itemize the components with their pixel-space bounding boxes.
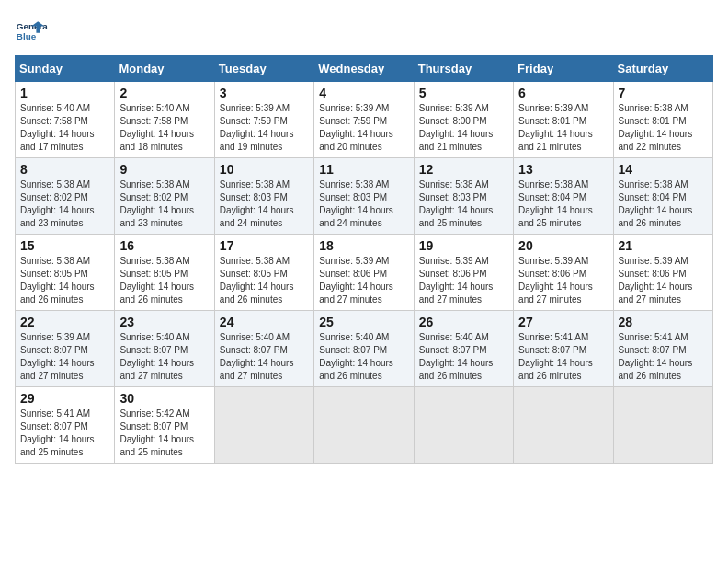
day-number: 8 <box>20 162 109 177</box>
day-info: Sunrise: 5:38 AMSunset: 8:04 PMDaylight:… <box>518 178 608 230</box>
calendar-cell: 13Sunrise: 5:38 AMSunset: 8:04 PMDayligh… <box>514 158 613 235</box>
calendar-cell: 23Sunrise: 5:40 AMSunset: 8:07 PMDayligh… <box>115 311 214 387</box>
day-number: 10 <box>220 162 309 177</box>
calendar-cell: 5Sunrise: 5:39 AMSunset: 8:00 PMDaylight… <box>414 82 513 158</box>
day-number: 3 <box>220 86 309 100</box>
day-number: 4 <box>319 86 408 100</box>
calendar-table: Sunday Monday Tuesday Wednesday Thursday… <box>15 55 713 464</box>
day-info: Sunrise: 5:39 AMSunset: 8:06 PMDaylight:… <box>319 255 408 306</box>
day-number: 9 <box>119 162 209 177</box>
day-info: Sunrise: 5:38 AMSunset: 8:05 PMDaylight:… <box>220 255 309 306</box>
logo: General Blue <box>15 15 48 48</box>
day-info: Sunrise: 5:40 AMSunset: 7:58 PMDaylight:… <box>20 102 109 154</box>
calendar-cell: 3Sunrise: 5:39 AMSunset: 7:59 PMDaylight… <box>214 82 313 158</box>
calendar-cell: 20Sunrise: 5:39 AMSunset: 8:06 PMDayligh… <box>514 235 613 311</box>
day-info: Sunrise: 5:38 AMSunset: 8:04 PMDaylight:… <box>619 178 708 230</box>
day-info: Sunrise: 5:38 AMSunset: 8:03 PMDaylight:… <box>220 178 309 230</box>
calendar-cell: 4Sunrise: 5:39 AMSunset: 7:59 PMDaylight… <box>314 82 414 158</box>
svg-text:General: General <box>17 21 48 31</box>
calendar-cell: 1Sunrise: 5:40 AMSunset: 7:58 PMDaylight… <box>16 82 115 158</box>
header-friday: Friday <box>514 56 613 82</box>
day-info: Sunrise: 5:40 AMSunset: 8:07 PMDaylight:… <box>419 331 508 383</box>
calendar-cell: 19Sunrise: 5:39 AMSunset: 8:06 PMDayligh… <box>414 235 513 311</box>
calendar-cell: 17Sunrise: 5:38 AMSunset: 8:05 PMDayligh… <box>214 235 313 311</box>
day-number: 13 <box>518 162 608 177</box>
day-info: Sunrise: 5:38 AMSunset: 8:05 PMDaylight:… <box>119 255 209 306</box>
header-wednesday: Wednesday <box>314 56 414 82</box>
day-number: 28 <box>619 315 708 329</box>
day-info: Sunrise: 5:40 AMSunset: 8:07 PMDaylight:… <box>119 331 209 383</box>
day-number: 7 <box>619 86 708 100</box>
day-info: Sunrise: 5:40 AMSunset: 8:07 PMDaylight:… <box>319 331 408 383</box>
calendar-cell: 24Sunrise: 5:40 AMSunset: 8:07 PMDayligh… <box>214 311 313 387</box>
day-info: Sunrise: 5:39 AMSunset: 8:06 PMDaylight:… <box>419 255 508 306</box>
day-info: Sunrise: 5:39 AMSunset: 8:06 PMDaylight:… <box>619 255 708 306</box>
day-number: 21 <box>619 238 708 253</box>
calendar-cell: 8Sunrise: 5:38 AMSunset: 8:02 PMDaylight… <box>16 158 115 235</box>
day-info: Sunrise: 5:38 AMSunset: 8:03 PMDaylight:… <box>419 178 508 230</box>
calendar-cell: 7Sunrise: 5:38 AMSunset: 8:01 PMDaylight… <box>613 82 712 158</box>
day-info: Sunrise: 5:40 AMSunset: 8:07 PMDaylight:… <box>220 331 309 383</box>
calendar-cell-empty <box>514 387 613 464</box>
calendar-cell-empty <box>414 387 513 464</box>
day-number: 26 <box>419 315 508 329</box>
calendar-cell: 22Sunrise: 5:39 AMSunset: 8:07 PMDayligh… <box>16 311 115 387</box>
day-number: 6 <box>518 86 608 100</box>
svg-text:Blue: Blue <box>17 31 37 41</box>
logo-icon: General Blue <box>15 15 48 48</box>
day-info: Sunrise: 5:38 AMSunset: 8:02 PMDaylight:… <box>20 178 109 230</box>
calendar-week-row: 8Sunrise: 5:38 AMSunset: 8:02 PMDaylight… <box>16 158 713 235</box>
day-info: Sunrise: 5:38 AMSunset: 8:01 PMDaylight:… <box>619 102 708 154</box>
day-number: 22 <box>20 315 109 329</box>
day-info: Sunrise: 5:41 AMSunset: 8:07 PMDaylight:… <box>619 331 708 383</box>
day-info: Sunrise: 5:39 AMSunset: 7:59 PMDaylight:… <box>319 102 408 154</box>
day-info: Sunrise: 5:39 AMSunset: 8:01 PMDaylight:… <box>518 102 608 154</box>
header-saturday: Saturday <box>613 56 712 82</box>
calendar-week-row: 29Sunrise: 5:41 AMSunset: 8:07 PMDayligh… <box>16 387 713 464</box>
day-info: Sunrise: 5:41 AMSunset: 8:07 PMDaylight:… <box>518 331 608 383</box>
calendar-cell: 26Sunrise: 5:40 AMSunset: 8:07 PMDayligh… <box>414 311 513 387</box>
day-info: Sunrise: 5:38 AMSunset: 8:03 PMDaylight:… <box>319 178 408 230</box>
day-number: 1 <box>20 86 109 100</box>
day-number: 30 <box>119 391 209 406</box>
day-number: 11 <box>319 162 408 177</box>
day-number: 24 <box>220 315 309 329</box>
calendar-cell: 9Sunrise: 5:38 AMSunset: 8:02 PMDaylight… <box>115 158 214 235</box>
calendar-cell: 6Sunrise: 5:39 AMSunset: 8:01 PMDaylight… <box>514 82 613 158</box>
calendar-cell: 18Sunrise: 5:39 AMSunset: 8:06 PMDayligh… <box>314 235 414 311</box>
calendar-cell: 2Sunrise: 5:40 AMSunset: 7:58 PMDaylight… <box>115 82 214 158</box>
calendar-cell-empty <box>314 387 414 464</box>
day-number: 20 <box>518 238 608 253</box>
calendar-cell-empty <box>214 387 313 464</box>
day-info: Sunrise: 5:39 AMSunset: 8:07 PMDaylight:… <box>20 331 109 383</box>
day-number: 25 <box>319 315 408 329</box>
day-number: 27 <box>518 315 608 329</box>
calendar-cell: 16Sunrise: 5:38 AMSunset: 8:05 PMDayligh… <box>115 235 214 311</box>
day-number: 14 <box>619 162 708 177</box>
day-number: 5 <box>419 86 508 100</box>
calendar-week-row: 22Sunrise: 5:39 AMSunset: 8:07 PMDayligh… <box>16 311 713 387</box>
page-header: General Blue <box>15 15 713 48</box>
calendar-cell: 30Sunrise: 5:42 AMSunset: 8:07 PMDayligh… <box>115 387 214 464</box>
day-number: 16 <box>119 238 209 253</box>
day-number: 2 <box>119 86 209 100</box>
calendar-week-row: 15Sunrise: 5:38 AMSunset: 8:05 PMDayligh… <box>16 235 713 311</box>
calendar-cell: 11Sunrise: 5:38 AMSunset: 8:03 PMDayligh… <box>314 158 414 235</box>
calendar-cell: 15Sunrise: 5:38 AMSunset: 8:05 PMDayligh… <box>16 235 115 311</box>
header-sunday: Sunday <box>16 56 115 82</box>
calendar-cell: 21Sunrise: 5:39 AMSunset: 8:06 PMDayligh… <box>613 235 712 311</box>
day-number: 23 <box>119 315 209 329</box>
day-number: 15 <box>20 238 109 253</box>
calendar-cell: 14Sunrise: 5:38 AMSunset: 8:04 PMDayligh… <box>613 158 712 235</box>
day-info: Sunrise: 5:39 AMSunset: 8:06 PMDaylight:… <box>518 255 608 306</box>
day-info: Sunrise: 5:38 AMSunset: 8:02 PMDaylight:… <box>119 178 209 230</box>
day-info: Sunrise: 5:42 AMSunset: 8:07 PMDaylight:… <box>119 408 209 459</box>
calendar-cell: 27Sunrise: 5:41 AMSunset: 8:07 PMDayligh… <box>514 311 613 387</box>
header-tuesday: Tuesday <box>214 56 313 82</box>
day-number: 29 <box>20 391 109 406</box>
calendar-cell-empty <box>613 387 712 464</box>
day-number: 17 <box>220 238 309 253</box>
calendar-cell: 25Sunrise: 5:40 AMSunset: 8:07 PMDayligh… <box>314 311 414 387</box>
calendar-cell: 28Sunrise: 5:41 AMSunset: 8:07 PMDayligh… <box>613 311 712 387</box>
weekday-header-row: Sunday Monday Tuesday Wednesday Thursday… <box>16 56 713 82</box>
